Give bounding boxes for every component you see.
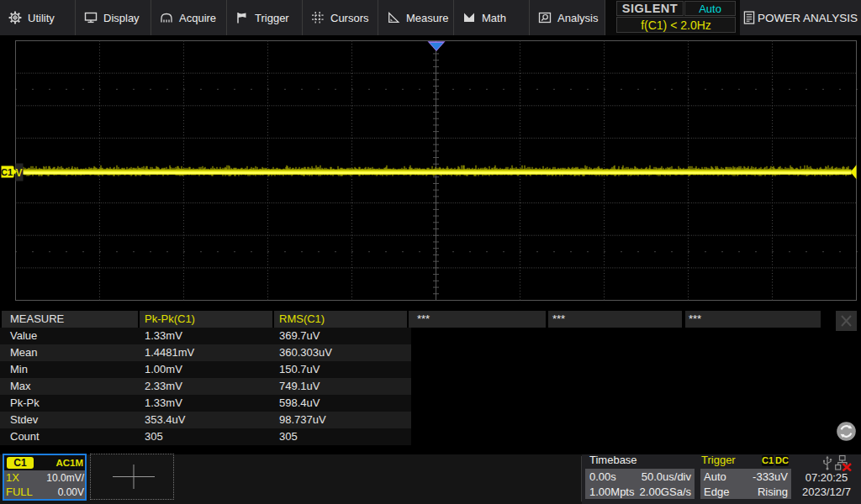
svg-text:V: V (15, 167, 22, 179)
svg-text:C1: C1 (1, 167, 13, 177)
